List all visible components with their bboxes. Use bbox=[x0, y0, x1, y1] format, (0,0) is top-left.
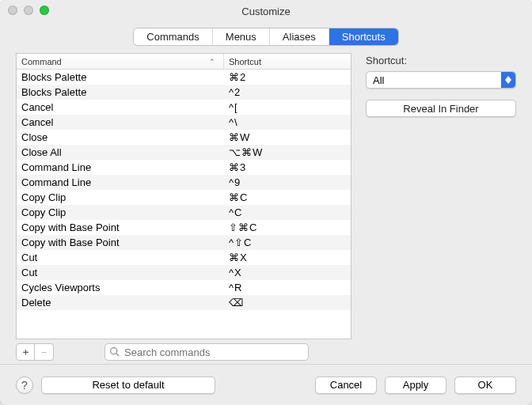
shortcut-filter-value: All bbox=[373, 74, 384, 86]
cell-shortcut: ⌥⌘W bbox=[224, 146, 351, 158]
table-footer: ＋ − bbox=[16, 339, 352, 364]
cell-shortcut: ^[ bbox=[224, 101, 351, 113]
table-row[interactable]: Copy Clip^C bbox=[17, 205, 351, 220]
search-input[interactable] bbox=[104, 343, 309, 361]
table-row[interactable]: Close All⌥⌘W bbox=[17, 145, 351, 160]
shortcut-filter-popup[interactable]: All bbox=[366, 71, 516, 89]
window-title: Customize bbox=[241, 6, 290, 17]
cell-shortcut: ^C bbox=[224, 206, 351, 218]
cell-command: Delete bbox=[17, 297, 224, 308]
remove-button: − bbox=[35, 343, 54, 361]
table-header: Command ⌃ Shortcut bbox=[17, 54, 351, 70]
column-header-shortcut[interactable]: Shortcut bbox=[224, 54, 351, 69]
column-header-command[interactable]: Command ⌃ bbox=[17, 54, 224, 69]
cell-shortcut: ⌘C bbox=[224, 191, 351, 203]
search-icon bbox=[109, 346, 120, 357]
cell-shortcut: ⌘W bbox=[224, 131, 351, 143]
cell-command: Copy with Base Point bbox=[17, 221, 224, 233]
tab-commands[interactable]: Commands bbox=[134, 28, 212, 45]
minus-icon: − bbox=[41, 346, 48, 358]
cell-command: Blocks Palette bbox=[17, 86, 224, 98]
traffic-lights bbox=[8, 6, 49, 15]
minimize-window-button bbox=[24, 6, 33, 15]
svg-line-1 bbox=[116, 354, 119, 356]
shortcuts-table: Command ⌃ Shortcut Blocks Palette⌘2Block… bbox=[16, 53, 352, 339]
close-window-button bbox=[8, 6, 17, 15]
table-row[interactable]: Cancel^[ bbox=[17, 100, 351, 115]
titlebar: Customize bbox=[0, 0, 532, 22]
tab-bar: Commands Menus Aliases Shortcuts bbox=[0, 22, 532, 53]
cell-command: Copy Clip bbox=[17, 206, 224, 218]
column-header-shortcut-label: Shortcut bbox=[229, 57, 261, 66]
cell-command: Cancel bbox=[17, 116, 224, 128]
cell-shortcut: ⌘X bbox=[224, 252, 351, 263]
column-header-command-label: Command bbox=[21, 57, 62, 66]
svg-point-0 bbox=[111, 348, 117, 354]
reveal-in-finder-button[interactable]: Reveal In Finder bbox=[366, 100, 516, 117]
right-pane: Shortcut: All Reveal In Finder bbox=[366, 53, 516, 364]
sort-ascending-icon: ⌃ bbox=[209, 58, 218, 66]
table-row[interactable]: Copy with Base Point⇧⌘C bbox=[17, 220, 351, 235]
table-row[interactable]: Delete⌫ bbox=[17, 295, 351, 310]
add-remove-group: ＋ − bbox=[16, 343, 54, 361]
cell-shortcut: ^X bbox=[224, 267, 351, 278]
table-row[interactable]: Copy with Base Point^⇧C bbox=[17, 235, 351, 250]
cell-command: Command Line bbox=[17, 161, 224, 173]
cell-command: Cut bbox=[17, 252, 224, 263]
ok-button[interactable]: OK bbox=[454, 377, 516, 394]
question-icon: ? bbox=[21, 379, 28, 392]
segmented-control: Commands Menus Aliases Shortcuts bbox=[134, 28, 397, 45]
plus-icon: ＋ bbox=[21, 345, 31, 359]
cancel-button[interactable]: Cancel bbox=[315, 377, 377, 394]
cell-command: Copy with Base Point bbox=[17, 237, 224, 248]
cell-command: Copy Clip bbox=[17, 191, 224, 203]
cell-command: Cancel bbox=[17, 101, 224, 113]
table-row[interactable]: Command Line⌘3 bbox=[17, 160, 351, 175]
zoom-window-button[interactable] bbox=[40, 6, 49, 15]
cell-command: Blocks Palette bbox=[17, 71, 224, 83]
content-area: Command ⌃ Shortcut Blocks Palette⌘2Block… bbox=[0, 53, 532, 364]
cell-shortcut: ^9 bbox=[224, 176, 351, 188]
table-row[interactable]: Cut^X bbox=[17, 265, 351, 280]
cell-command: Close All bbox=[17, 146, 224, 158]
reset-to-default-button[interactable]: Reset to default bbox=[41, 377, 215, 394]
cell-shortcut: ^\ bbox=[224, 116, 351, 128]
cell-command: Cut bbox=[17, 267, 224, 278]
cell-shortcut: ⌫ bbox=[224, 297, 351, 308]
popup-arrows-icon bbox=[501, 72, 515, 88]
cell-shortcut: ⌘3 bbox=[224, 161, 351, 173]
cell-shortcut: ^2 bbox=[224, 86, 351, 98]
table-row[interactable]: Cancel^\ bbox=[17, 115, 351, 130]
tab-aliases[interactable]: Aliases bbox=[270, 28, 329, 45]
cell-shortcut: ^R bbox=[224, 282, 351, 293]
cell-shortcut: ⌘2 bbox=[224, 71, 351, 83]
table-body[interactable]: Blocks Palette⌘2Blocks Palette^2Cancel^[… bbox=[17, 70, 351, 339]
cell-shortcut: ⇧⌘C bbox=[224, 221, 351, 233]
table-row[interactable]: Copy Clip⌘C bbox=[17, 190, 351, 205]
tab-menus[interactable]: Menus bbox=[213, 28, 270, 45]
svg-marker-3 bbox=[505, 80, 511, 84]
left-pane: Command ⌃ Shortcut Blocks Palette⌘2Block… bbox=[16, 53, 352, 364]
bottom-bar: ? Reset to default Cancel Apply OK bbox=[0, 364, 532, 405]
customize-window: Customize Commands Menus Aliases Shortcu… bbox=[0, 0, 532, 405]
cell-shortcut: ^⇧C bbox=[224, 237, 351, 248]
cell-command: Cycles Viewports bbox=[17, 282, 224, 293]
add-button[interactable]: ＋ bbox=[16, 343, 35, 361]
table-row[interactable]: Cycles Viewports^R bbox=[17, 280, 351, 295]
cell-command: Command Line bbox=[17, 176, 224, 188]
table-row[interactable]: Blocks Palette⌘2 bbox=[17, 70, 351, 85]
shortcut-filter-label: Shortcut: bbox=[366, 55, 516, 66]
table-row[interactable]: Command Line^9 bbox=[17, 175, 351, 190]
search-field bbox=[104, 343, 309, 361]
apply-button[interactable]: Apply bbox=[385, 377, 446, 394]
tab-shortcuts[interactable]: Shortcuts bbox=[329, 28, 398, 45]
cell-command: Close bbox=[17, 131, 224, 143]
help-button[interactable]: ? bbox=[16, 377, 33, 394]
table-row[interactable]: Close⌘W bbox=[17, 130, 351, 145]
table-row[interactable]: Cut⌘X bbox=[17, 250, 351, 265]
table-row[interactable]: Blocks Palette^2 bbox=[17, 85, 351, 100]
